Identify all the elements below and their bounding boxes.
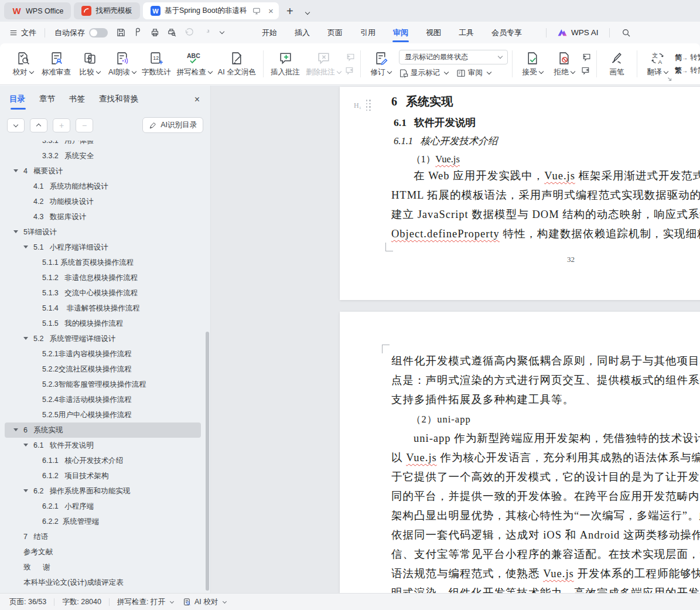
toc-item[interactable]: 5.2.5用户中心模块操作流程 [5, 407, 201, 422]
menu-page[interactable]: 页面 [319, 22, 351, 43]
ai-recognize-toc-button[interactable]: AI识别目录 [142, 117, 203, 133]
proofread-button[interactable]: 校对 [7, 46, 39, 82]
document-page-33[interactable]: 组件化开发模式遵循高内聚低耦合原则，同时易于与其他项目和库结合。V点是：声明式渲… [340, 312, 700, 593]
collapse-arrow-icon[interactable] [23, 444, 28, 447]
collapse-arrow-icon[interactable] [13, 230, 18, 233]
toc-item[interactable]: 5.2.2交流社区模块操作流程 [5, 362, 201, 377]
print-preview-icon[interactable] [167, 28, 177, 38]
markup-state-dropdown[interactable]: 显示标记的最终状态 [399, 50, 508, 64]
toc-item[interactable]: 本科毕业论文(设计)成绩评定表 [5, 575, 201, 590]
toc-item[interactable]: 5.2 系统管理端详细设计 [5, 331, 201, 346]
document-canvas[interactable]: H₁ 6 系统实现 6.1 软件开发说明 6.1.1 核心开发技术介绍 （1）V… [211, 86, 700, 593]
previous-change-button[interactable] [581, 53, 591, 62]
menu-view[interactable]: 视图 [417, 22, 450, 43]
toc-item[interactable]: 5.1 小程序端详细设计 [5, 240, 201, 255]
next-change-button[interactable] [581, 66, 591, 75]
zoom-in-toc-button[interactable]: + [53, 118, 70, 132]
toc-item[interactable]: 6.2.1 小程序端 [5, 499, 201, 514]
ai-proofread-status[interactable]: AI 校对 [183, 597, 226, 607]
previous-comment-button[interactable] [345, 53, 355, 62]
standard-review-button[interactable]: 标准审查 [39, 46, 74, 82]
collapse-arrow-icon[interactable] [23, 489, 28, 492]
toc-item[interactable]: 4 概要设计 [5, 163, 201, 179]
ai-polish-button[interactable]: AI 全文润色 [215, 46, 259, 82]
toc-item[interactable]: 4.1 系统功能结构设计 [5, 179, 201, 194]
track-changes-button[interactable]: 修订 [365, 46, 397, 82]
collapse-arrow-icon[interactable] [13, 428, 18, 431]
wps-ai-button[interactable]: WPS AI [552, 28, 603, 38]
toc-item[interactable]: 5详细设计 [5, 224, 201, 240]
undo-icon[interactable] [184, 28, 194, 38]
menu-member[interactable]: 会员专享 [483, 22, 531, 43]
tab-list-dropdown-icon[interactable] [301, 6, 312, 16]
review-pane-button[interactable]: 审阅 [456, 68, 491, 78]
toc-item[interactable]: 5.1.2 非遗信息模块操作流程 [5, 270, 201, 285]
sidebar-scrollbar[interactable] [206, 332, 209, 591]
sidebar-tab-contents[interactable]: 目录 [9, 94, 25, 110]
toc-item[interactable]: 3.3.1 用户体验 [5, 141, 201, 148]
close-sidebar-icon[interactable]: × [194, 94, 200, 110]
toc-item[interactable]: 4.2 功能模块设计 [5, 194, 201, 209]
save-icon[interactable] [116, 28, 126, 38]
collapse-arrow-icon[interactable] [13, 169, 18, 172]
menu-insert[interactable]: 插入 [286, 22, 319, 43]
menu-home[interactable]: 开始 [253, 22, 286, 43]
spellcheck-status[interactable]: 拼写检查: 打开 [117, 597, 173, 607]
simplified-to-traditional-button[interactable]: 简→ 转繁 [675, 53, 700, 63]
toc-item[interactable]: 7 结语 [5, 529, 201, 544]
search-icon[interactable] [616, 28, 637, 38]
toc-item[interactable]: 5.2.1非遗内容模块操作流程 [5, 346, 201, 362]
sidebar-tab-bookmarks[interactable]: 书签 [69, 94, 85, 110]
page-indicator[interactable]: 页面: 36/53 [9, 597, 46, 607]
toc-item[interactable]: 5.1.4 非遗解答模块操作流程 [5, 301, 201, 316]
autosave-toggle[interactable] [89, 28, 108, 38]
ai-read-aloud-button[interactable]: AI朗读 [105, 46, 139, 82]
document-page-32[interactable]: H₁ 6 系统实现 6.1 软件开发说明 6.1.1 核心开发技术介绍 （1）V… [340, 87, 700, 300]
toc-item[interactable]: 5.1.5 我的模块操作流程 [5, 316, 201, 331]
next-comment-button[interactable] [345, 66, 355, 75]
file-menu[interactable]: 文件 [7, 28, 39, 38]
menu-tools[interactable]: 工具 [450, 22, 483, 43]
toc-item[interactable]: 参考文献 [5, 544, 201, 560]
export-pdf-icon[interactable] [133, 28, 143, 38]
toc-item[interactable]: 4.3 数据库设计 [5, 209, 201, 224]
toc-item[interactable]: 5.2.3智能客服管理模块操作流程 [5, 377, 201, 392]
show-markup-button[interactable]: 显示标记 [399, 68, 448, 78]
spell-check-button[interactable]: ABC 拼写检查 [174, 46, 215, 82]
redo-icon[interactable] [201, 28, 211, 38]
toc-item[interactable]: 6.1.1 核心开发技术介绍 [5, 453, 201, 468]
word-count-indicator[interactable]: 字数: 28040 [62, 597, 101, 607]
heading-drag-handle[interactable]: H₁ [354, 100, 371, 112]
tab-docer-templates[interactable]: 找稻壳模板 [74, 2, 140, 19]
reject-change-button[interactable]: 拒绝 [548, 46, 580, 82]
toc-item[interactable]: 3.3.2 系统安全 [5, 148, 201, 163]
menu-reference[interactable]: 引用 [351, 22, 384, 43]
delete-comment-button[interactable]: 删除批注 [303, 46, 344, 82]
menu-review[interactable]: 审阅 [384, 22, 417, 43]
quick-access-dropdown-icon[interactable] [220, 29, 224, 34]
toc-item[interactable]: 6.2.2 系统管理端 [5, 514, 201, 529]
toc-item[interactable]: 5.1.3 交流中心模块操作流程 [5, 285, 201, 301]
dialog-launcher-icon[interactable] [667, 76, 672, 82]
compare-button[interactable]: 比较 [74, 46, 105, 82]
toc-item[interactable]: 6.2 操作系统界面和功能实现 [5, 483, 201, 499]
accept-change-button[interactable]: 接受 [517, 46, 548, 82]
toc-item[interactable]: 6 系统实现 [5, 422, 201, 438]
print-icon[interactable] [150, 28, 160, 38]
toc-item[interactable]: 6.1.2 项目技术架构 [5, 468, 201, 483]
word-count-button[interactable]: 12 字数统计 [139, 46, 174, 82]
expand-toc-button[interactable] [7, 118, 25, 132]
zoom-out-toc-button[interactable]: − [76, 118, 93, 132]
toc-item[interactable]: 致 谢 [5, 560, 201, 575]
sidebar-tab-chapters[interactable]: 章节 [39, 94, 55, 110]
toc-item[interactable]: 5.2.4非遗活动模块操作流程 [5, 392, 201, 407]
toc-item[interactable]: 5.1.1 系统首页模块操作流程 [5, 255, 201, 270]
sidebar-tab-find-replace[interactable]: 查找和替换 [99, 94, 139, 110]
close-tab-icon[interactable]: × [267, 6, 275, 16]
new-tab-button[interactable]: + [282, 5, 298, 17]
insert-comment-button[interactable]: 插入批注 [268, 46, 303, 82]
collapse-arrow-icon[interactable] [23, 337, 28, 340]
collapse-arrow-icon[interactable] [23, 246, 28, 248]
separate-window-icon[interactable] [251, 7, 262, 15]
tab-current-document[interactable]: W 基于Spring Boot的非遗科普 × [143, 2, 279, 19]
